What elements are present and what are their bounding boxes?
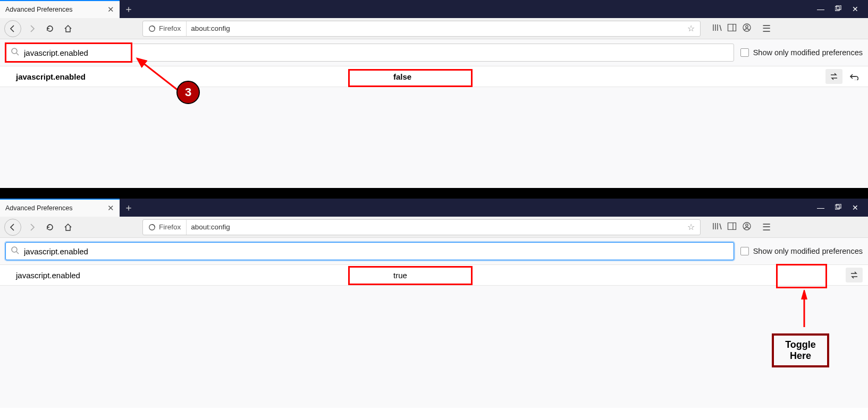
bookmark-star-icon[interactable]: ☆ xyxy=(682,222,700,232)
preference-value: false xyxy=(345,72,825,81)
toolbar-right-icons xyxy=(708,222,756,233)
page-content: Show only modified preferences javascrip… xyxy=(0,39,868,188)
row-actions xyxy=(825,69,863,84)
svg-rect-13 xyxy=(728,222,736,229)
search-icon xyxy=(11,47,19,58)
preference-name: javascript.enabled xyxy=(16,72,345,81)
svg-rect-3 xyxy=(728,24,736,31)
preference-search-input[interactable] xyxy=(5,242,734,260)
close-window-icon[interactable]: ✕ xyxy=(852,203,858,212)
filter-bar: Show only modified preferences xyxy=(0,39,868,66)
reset-button[interactable] xyxy=(846,69,863,84)
arrow-right-icon xyxy=(28,223,36,232)
svg-line-8 xyxy=(16,53,19,55)
svg-point-6 xyxy=(746,25,748,27)
home-icon xyxy=(64,223,72,232)
separator xyxy=(0,188,868,199)
tab-advanced-preferences[interactable]: Advanced Preferences ✕ xyxy=(0,0,120,18)
tab-title: Advanced Preferences xyxy=(5,6,72,13)
checkbox-label: Show only modified preferences xyxy=(753,247,863,255)
step-number: 3 xyxy=(185,85,191,99)
url-text: about:config xyxy=(187,24,682,32)
undo-icon xyxy=(850,73,858,80)
back-button[interactable] xyxy=(4,20,21,37)
window-controls: — ✕ xyxy=(807,0,868,18)
toolbar-right-icons xyxy=(708,23,756,34)
reload-button[interactable] xyxy=(43,220,57,235)
step-badge: 3 xyxy=(176,81,200,104)
close-tab-icon[interactable]: ✕ xyxy=(107,5,114,14)
arrow-right-icon xyxy=(28,24,36,33)
preference-search-input[interactable] xyxy=(5,44,734,62)
svg-rect-10 xyxy=(835,205,839,209)
home-button[interactable] xyxy=(61,220,75,235)
forward-button xyxy=(24,21,39,36)
filter-bar: Show only modified preferences xyxy=(0,238,868,264)
close-window-icon[interactable]: ✕ xyxy=(852,5,858,13)
sidebar-icon[interactable] xyxy=(727,24,737,33)
firefox-icon xyxy=(148,25,156,32)
toggle-button[interactable] xyxy=(846,268,863,282)
toggle-button[interactable] xyxy=(825,69,842,84)
reload-button[interactable] xyxy=(43,21,57,36)
reload-icon xyxy=(46,223,54,232)
checkbox-icon xyxy=(740,48,749,57)
toggle-hint-text: Toggle Here xyxy=(774,339,827,361)
show-modified-checkbox[interactable]: Show only modified preferences xyxy=(740,247,863,255)
app-menu-button[interactable]: ☰ xyxy=(759,23,774,35)
annotation-toggle-label-box: Toggle Here xyxy=(772,333,829,367)
preference-value: true xyxy=(345,271,846,280)
svg-rect-11 xyxy=(837,204,841,208)
sidebar-icon[interactable] xyxy=(727,222,737,232)
tab-bar: Advanced Preferences ✕ ＋ — ✕ xyxy=(0,0,868,18)
bookmark-star-icon[interactable]: ☆ xyxy=(682,23,700,33)
identity-box[interactable]: Firefox xyxy=(143,220,187,235)
nav-toolbar: Firefox about:config ☆ ☰ xyxy=(0,217,868,238)
tab-bar: Advanced Preferences ✕ ＋ — ✕ xyxy=(0,199,868,217)
preference-row: javascript.enabled true xyxy=(0,264,868,286)
account-icon[interactable] xyxy=(742,222,752,233)
back-button[interactable] xyxy=(4,219,21,236)
new-tab-button[interactable]: ＋ xyxy=(120,199,138,217)
firefox-icon xyxy=(148,224,156,231)
svg-point-16 xyxy=(746,224,748,226)
url-bar[interactable]: Firefox about:config ☆ xyxy=(142,219,701,235)
minimize-icon[interactable]: — xyxy=(817,203,824,212)
account-icon[interactable] xyxy=(742,23,752,34)
svg-point-7 xyxy=(12,48,17,54)
close-tab-icon[interactable]: ✕ xyxy=(107,203,114,213)
app-menu-button[interactable]: ☰ xyxy=(759,221,774,233)
svg-line-18 xyxy=(16,252,19,254)
home-icon xyxy=(64,24,72,33)
svg-rect-0 xyxy=(835,6,839,11)
new-tab-button[interactable]: ＋ xyxy=(120,0,138,18)
search-wrap xyxy=(5,44,734,62)
identity-label: Firefox xyxy=(159,24,181,32)
search-icon xyxy=(11,246,19,256)
svg-point-17 xyxy=(12,247,17,252)
toggle-arrows-icon xyxy=(830,73,838,80)
tab-title: Advanced Preferences xyxy=(5,204,72,212)
svg-rect-1 xyxy=(837,5,841,10)
url-bar[interactable]: Firefox about:config ☆ xyxy=(142,21,701,37)
show-modified-checkbox[interactable]: Show only modified preferences xyxy=(740,48,863,57)
maximize-icon[interactable] xyxy=(835,203,841,212)
page-content: Show only modified preferences javascrip… xyxy=(0,238,868,408)
arrow-left-icon xyxy=(9,223,17,232)
search-wrap xyxy=(5,242,734,260)
maximize-icon[interactable] xyxy=(835,5,841,13)
checkbox-label: Show only modified preferences xyxy=(753,48,863,57)
forward-button xyxy=(24,220,39,235)
preference-name: javascript.enabled xyxy=(16,271,345,280)
tab-advanced-preferences[interactable]: Advanced Preferences ✕ xyxy=(0,199,120,217)
library-icon[interactable] xyxy=(712,222,722,233)
window-controls: — ✕ xyxy=(807,199,868,217)
library-icon[interactable] xyxy=(712,23,722,34)
nav-toolbar: Firefox about:config ☆ ☰ xyxy=(0,18,868,39)
browser-window-2: Advanced Preferences ✕ ＋ — ✕ Firefox xyxy=(0,199,868,408)
minimize-icon[interactable]: — xyxy=(817,5,824,13)
home-button[interactable] xyxy=(61,21,75,36)
identity-label: Firefox xyxy=(159,223,181,231)
annotation-arrow-up xyxy=(796,290,812,332)
identity-box[interactable]: Firefox xyxy=(143,21,187,36)
